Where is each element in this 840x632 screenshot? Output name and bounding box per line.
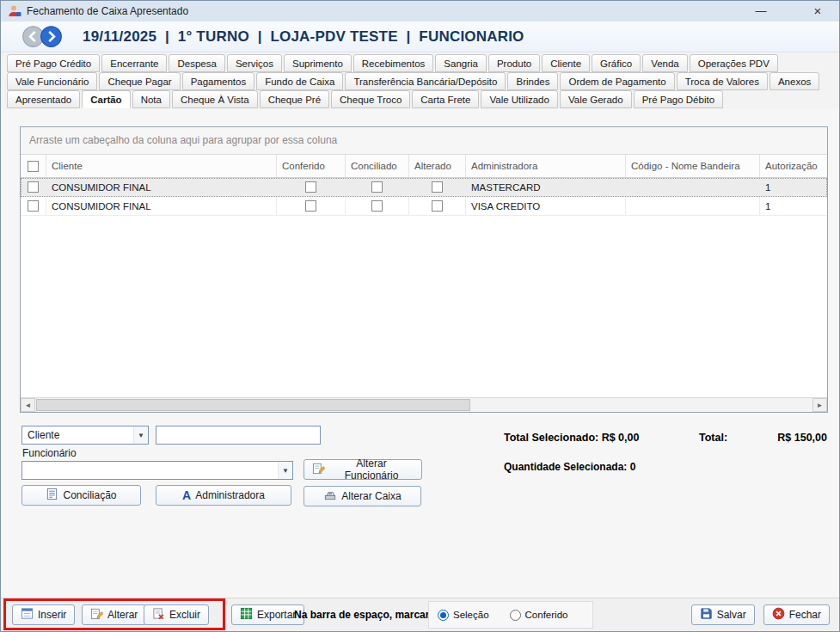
radio-selecao[interactable]: Seleção xyxy=(438,610,489,621)
alterar-caixa-button[interactable]: Alterar Caixa xyxy=(304,486,421,506)
spacebar-mark-label: Na barra de espaço, marcar: xyxy=(294,598,432,631)
inserir-button[interactable]: Inserir xyxy=(12,604,75,625)
tab-pre-pago-credito[interactable]: Pré Pago Crédito xyxy=(7,54,100,72)
document-lines-icon xyxy=(46,488,58,503)
excluir-button[interactable]: Excluir xyxy=(144,604,209,625)
tab-brindes[interactable]: Brindes xyxy=(507,72,558,90)
tab-servicos[interactable]: Serviços xyxy=(227,54,282,72)
tab-nota[interactable]: Nota xyxy=(132,90,170,108)
column-header-autorizacao[interactable]: Autorização xyxy=(760,155,827,177)
tab-pre-pago-debito[interactable]: Pré Pago Débito xyxy=(634,90,723,108)
radio-conferido-icon[interactable] xyxy=(510,610,521,621)
funcionario-select[interactable]: ▼ xyxy=(21,461,293,480)
scroll-right-arrow-icon[interactable]: ► xyxy=(812,398,827,412)
excluir-label: Excluir xyxy=(169,609,200,621)
conferido-checkbox[interactable] xyxy=(305,181,316,193)
alterar-button[interactable]: Alterar xyxy=(82,604,146,625)
tab-cheque-pagar[interactable]: Cheque Pagar xyxy=(99,72,180,90)
column-header-cliente[interactable]: Cliente xyxy=(46,155,277,177)
conciliacao-button[interactable]: Conciliação xyxy=(21,485,141,506)
conciliado-checkbox[interactable] xyxy=(371,200,383,212)
edit-pencil-icon xyxy=(90,607,103,623)
conciliado-checkbox[interactable] xyxy=(371,181,383,193)
cliente-select-value: Cliente xyxy=(28,429,59,441)
radio-selecao-label: Seleção xyxy=(453,610,489,620)
forward-arrow-icon xyxy=(40,38,63,51)
table-row[interactable]: CONSUMIDOR FINAL MASTERCARD 1 xyxy=(21,178,827,197)
tab-cartao[interactable]: Cartão xyxy=(82,90,130,108)
column-header-administradora[interactable]: Administradora xyxy=(466,155,626,177)
tab-troca-de-valores[interactable]: Troca de Valores xyxy=(677,72,768,90)
grid-empty-area xyxy=(21,216,827,397)
tab-transferencia-bancaria[interactable]: Transferência Bancária/Depósito xyxy=(345,72,506,90)
forward-button[interactable] xyxy=(40,25,63,48)
column-header-conferido[interactable]: Conferido xyxy=(277,155,346,177)
close-red-icon xyxy=(772,607,785,623)
alterado-checkbox[interactable] xyxy=(432,200,443,212)
delete-x-icon xyxy=(152,607,165,623)
card-grid: Arraste um cabeçalho da coluna aqui para… xyxy=(20,126,828,413)
tab-operacoes-pdv[interactable]: Operações PDV xyxy=(690,54,778,72)
scroll-left-arrow-icon[interactable]: ◄ xyxy=(21,398,35,412)
tab-venda[interactable]: Venda xyxy=(642,54,688,72)
cliente-select[interactable]: Cliente ▼ xyxy=(21,426,149,445)
mark-mode-group: Seleção Conferido xyxy=(428,601,593,629)
tab-pagamentos[interactable]: Pagamentos xyxy=(182,72,255,90)
horizontal-scrollbar[interactable]: ◄ ► xyxy=(21,397,827,412)
conciliacao-label: Conciliação xyxy=(63,489,116,501)
tab-suprimento[interactable]: Suprimento xyxy=(284,54,352,72)
row-select-checkbox[interactable] xyxy=(28,200,39,212)
tab-ordem-de-pagamento[interactable]: Ordem de Pagamento xyxy=(560,72,674,90)
session-header: 19/11/2025 | 1° TURNO | LOJA-PDV TESTE |… xyxy=(83,21,524,52)
cash-register-icon xyxy=(323,488,337,504)
tab-anexos[interactable]: Anexos xyxy=(769,72,819,90)
table-row[interactable]: CONSUMIDOR FINAL VISA CREDITO 1 xyxy=(21,197,827,216)
tab-encerrante[interactable]: Encerrante xyxy=(101,54,167,72)
tab-vale-utilizado[interactable]: Vale Utilizado xyxy=(481,90,557,108)
column-header-codigo-bandeira[interactable]: Código - Nome Bandeira xyxy=(626,155,760,177)
tab-vale-funcionario[interactable]: Vale Funcionário xyxy=(7,72,97,90)
tab-vale-gerado[interactable]: Vale Gerado xyxy=(560,90,632,108)
header-select-all-cell xyxy=(21,155,46,177)
salvar-button[interactable]: Salvar xyxy=(691,604,755,625)
cell-autorizacao: 1 xyxy=(760,178,827,196)
minimize-button[interactable]: — xyxy=(746,1,776,21)
column-header-conciliado[interactable]: Conciliado xyxy=(346,155,409,177)
fechar-button[interactable]: Fechar xyxy=(763,604,830,625)
close-window-button[interactable]: × xyxy=(803,1,832,21)
group-by-hint: Arraste um cabeçalho da coluna aqui para… xyxy=(21,127,827,155)
tab-cheque-troco[interactable]: Cheque Troco xyxy=(331,90,410,108)
column-header-alterado[interactable]: Alterado xyxy=(409,155,466,177)
tab-sangria[interactable]: Sangria xyxy=(435,54,487,72)
radio-selecao-icon[interactable] xyxy=(438,610,449,621)
tab-cliente[interactable]: Cliente xyxy=(542,54,590,72)
tab-produto[interactable]: Produto xyxy=(488,54,540,72)
radio-conferido[interactable]: Conferido xyxy=(510,610,568,621)
select-all-checkbox[interactable] xyxy=(28,161,39,172)
tab-apresentado[interactable]: Apresentado xyxy=(7,90,80,108)
tab-carta-frete[interactable]: Carta Frete xyxy=(412,90,479,108)
tab-cheque-pre[interactable]: Cheque Pré xyxy=(260,90,329,108)
alterar-funcionario-button[interactable]: Alterar Funcionário xyxy=(304,459,422,480)
cell-administradora: VISA CREDITO xyxy=(466,197,626,215)
administradora-button[interactable]: A Administradora xyxy=(156,485,291,506)
tab-cheque-a-vista[interactable]: Cheque À Vista xyxy=(172,90,258,108)
cell-alterado xyxy=(409,197,466,215)
tab-grafico[interactable]: Gráfico xyxy=(592,54,641,72)
cell-conferido xyxy=(277,197,346,215)
cliente-input[interactable] xyxy=(156,426,321,445)
tab-recebimentos[interactable]: Recebimentos xyxy=(353,54,434,72)
app-icon xyxy=(8,4,21,18)
scrollbar-thumb[interactable] xyxy=(36,399,470,411)
tab-fundo-de-caixa[interactable]: Fundo de Caixa xyxy=(256,72,343,90)
tab-strip: Pré Pago Crédito Encerrante Despesa Serv… xyxy=(1,52,839,109)
fechar-label: Fechar xyxy=(789,609,821,621)
alterado-checkbox[interactable] xyxy=(432,181,443,193)
cell-administradora: MASTERCARD xyxy=(466,178,626,196)
alterar-caixa-label: Alterar Caixa xyxy=(341,490,401,502)
app-header: 19/11/2025 | 1° TURNO | LOJA-PDV TESTE |… xyxy=(1,21,839,52)
row-select-checkbox[interactable] xyxy=(28,181,39,193)
tab-despesa[interactable]: Despesa xyxy=(169,54,224,72)
conferido-checkbox[interactable] xyxy=(305,200,316,212)
app-window: Fechamento de Caixa Apresentado — × 19/1… xyxy=(0,0,840,632)
